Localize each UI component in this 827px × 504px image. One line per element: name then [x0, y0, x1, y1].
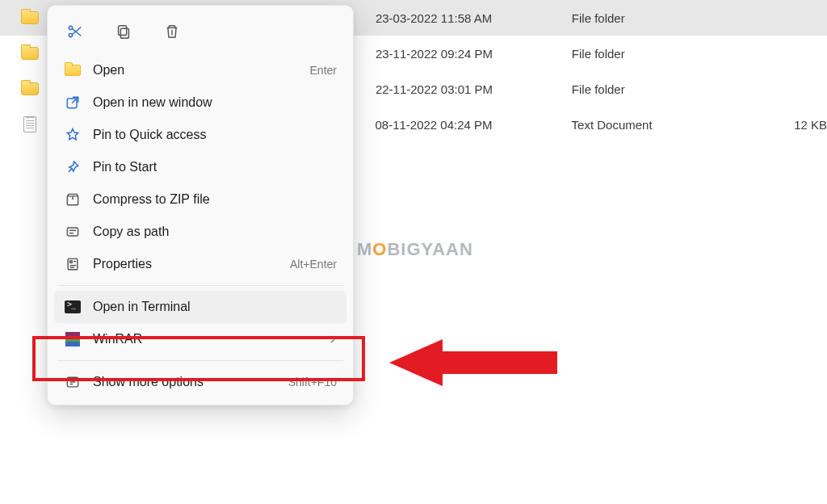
- cut-button[interactable]: [61, 17, 90, 46]
- copy-icon: [115, 23, 132, 40]
- delete-button[interactable]: [157, 17, 187, 46]
- folder-open-icon: [64, 61, 82, 79]
- properties-icon: [64, 255, 82, 273]
- file-date: 23-11-2022 09:24 PM: [376, 47, 572, 61]
- folder-icon: [21, 46, 39, 61]
- menu-label: WinRAR: [93, 332, 329, 346]
- svg-rect-10: [67, 228, 78, 236]
- file-date: 23-03-2022 11:58 AM: [376, 11, 572, 25]
- menu-shortcut: Shift+F10: [288, 376, 337, 388]
- annotation-arrow-icon: [389, 338, 557, 388]
- menu-item-open[interactable]: Open Enter: [54, 54, 346, 86]
- svg-point-0: [69, 26, 72, 29]
- open-external-icon: [64, 94, 82, 111]
- menu-item-show-more-options[interactable]: Show more options Shift+F10: [54, 366, 346, 398]
- folder-icon: [21, 10, 39, 25]
- scissors-icon: [66, 23, 84, 40]
- text-file-icon: [21, 117, 38, 132]
- terminal-icon: [64, 298, 82, 316]
- menu-label: Pin to Quick access: [93, 128, 337, 142]
- menu-label: Open: [93, 63, 310, 78]
- svg-rect-4: [120, 28, 128, 38]
- menu-separator: [57, 360, 343, 361]
- menu-item-pin-start[interactable]: Pin to Start: [54, 151, 346, 183]
- watermark-letter: M: [357, 239, 372, 259]
- copy-button[interactable]: [109, 17, 138, 46]
- svg-line-3: [73, 27, 82, 35]
- menu-shortcut: Alt+Enter: [290, 258, 337, 271]
- watermark-letter: O: [372, 239, 387, 259]
- watermark: MOBIGYAAN: [357, 239, 473, 260]
- pin-icon: [64, 158, 82, 176]
- context-menu-toolbar: [54, 12, 346, 54]
- svg-rect-5: [119, 26, 127, 36]
- file-type: Text Document: [572, 118, 782, 132]
- svg-line-2: [73, 29, 82, 36]
- folder-icon: [21, 82, 39, 96]
- menu-item-pin-quick-access[interactable]: Pin to Quick access: [54, 119, 346, 151]
- file-type: File folder: [572, 47, 782, 61]
- menu-item-properties[interactable]: Properties Alt+Enter: [54, 248, 346, 280]
- star-icon: [64, 126, 82, 144]
- menu-label: Open in new window: [93, 95, 337, 110]
- menu-label: Copy as path: [93, 225, 337, 239]
- menu-label: Properties: [93, 257, 290, 271]
- file-type: File folder: [572, 11, 782, 25]
- menu-label: Compress to ZIP file: [93, 192, 337, 207]
- menu-item-open-new-window[interactable]: Open in new window: [54, 86, 346, 119]
- trash-icon: [163, 23, 181, 40]
- winrar-icon: [64, 330, 82, 348]
- menu-label: Open in Terminal: [93, 300, 337, 314]
- menu-label: Show more options: [93, 375, 288, 389]
- menu-item-compress-zip[interactable]: Compress to ZIP file: [54, 183, 346, 216]
- menu-item-winrar[interactable]: WinRAR: [54, 323, 346, 355]
- svg-marker-22: [389, 339, 557, 386]
- file-size: 12 KB: [782, 118, 827, 132]
- file-type: File folder: [572, 82, 782, 96]
- context-menu: Open Enter Open in new window Pin to Qui…: [47, 5, 354, 405]
- menu-item-open-in-terminal[interactable]: Open in Terminal: [54, 291, 346, 323]
- watermark-letter: BIGYAAN: [387, 239, 472, 259]
- file-date: 08-11-2022 04:24 PM: [375, 118, 571, 132]
- zip-icon: [64, 191, 82, 208]
- copy-path-icon: [64, 223, 82, 241]
- menu-shortcut: Enter: [310, 64, 337, 77]
- more-options-icon: [64, 373, 82, 391]
- menu-label: Pin to Start: [93, 160, 337, 174]
- svg-rect-14: [70, 261, 73, 263]
- svg-point-1: [69, 33, 72, 36]
- menu-item-copy-path[interactable]: Copy as path: [54, 216, 346, 248]
- menu-separator: [57, 285, 343, 286]
- chevron-right-icon: [329, 334, 337, 346]
- file-date: 22-11-2022 03:01 PM: [376, 82, 572, 96]
